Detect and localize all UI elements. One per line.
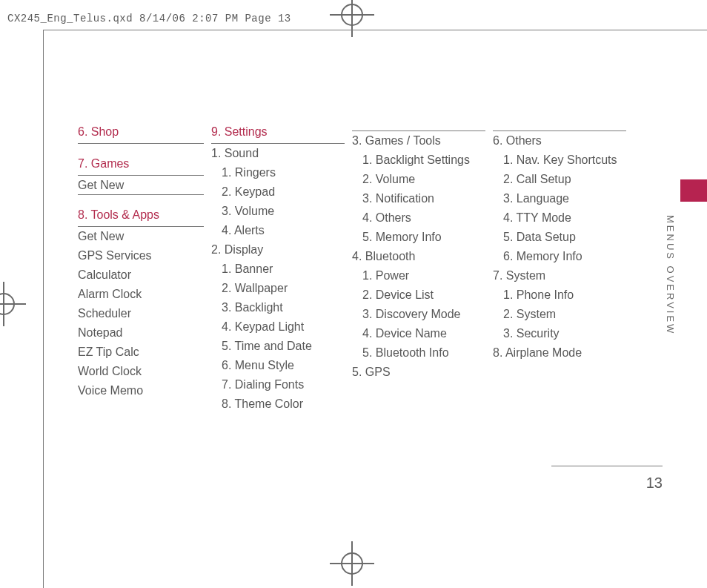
menu-overview: 6. Shop 7. Games Get New 8. Tools & Apps…	[78, 122, 659, 414]
list-item: World Clock	[78, 362, 204, 381]
list-item: 4. Bluetooth	[352, 247, 485, 266]
list-item: 7. System	[493, 266, 626, 285]
column-2: 9. Settings 1. Sound 1. Ringers 2. Keypa…	[211, 122, 345, 414]
list-item: 5. GPS	[352, 363, 485, 382]
list-item: 1. Backlight Settings	[352, 151, 485, 170]
menu-shop-heading: 6. Shop	[78, 122, 204, 144]
list-item: 5. Time and Date	[211, 337, 345, 356]
list-item: 3. Notification	[352, 189, 485, 208]
list-item: 5. Memory Info	[352, 228, 485, 247]
list-item: 5. Bluetooth Info	[352, 343, 485, 363]
list-item: 4. Alerts	[211, 221, 345, 240]
list-item: Get New	[78, 176, 204, 195]
print-header: CX245_Eng_Telus.qxd 8/14/06 2:07 PM Page…	[7, 13, 291, 24]
list-item: 6. Memory Info	[493, 247, 626, 266]
list-item: EZ Tip Calc	[78, 343, 204, 362]
list-item: 6. Others	[493, 131, 626, 151]
column-3: 3. Games / Tools 1. Backlight Settings 2…	[352, 122, 485, 414]
list-item: 2. Display	[211, 240, 345, 260]
column-1: 6. Shop 7. Games Get New 8. Tools & Apps…	[78, 122, 204, 414]
list-item: 1. Power	[352, 266, 485, 285]
list-item: 5. Data Setup	[493, 228, 626, 247]
section-tab	[680, 179, 707, 202]
page-number: 13	[646, 475, 663, 492]
registration-mark-icon	[330, 0, 374, 37]
menu-games-heading: 7. Games	[78, 154, 204, 176]
menu-settings-heading: 9. Settings	[211, 122, 345, 144]
list-item: 2. Wallpaper	[211, 279, 345, 298]
list-item: 4. TTY Mode	[493, 208, 626, 228]
list-item: 1. Banner	[211, 260, 345, 279]
list-item: 3. Volume	[211, 202, 345, 221]
list-item: 7. Dialing Fonts	[211, 375, 345, 394]
list-item: 2. Volume	[352, 170, 485, 189]
list-item: 8. Theme Color	[211, 394, 345, 414]
list-item: 6. Menu Style	[211, 356, 345, 375]
list-item: 4. Keypad Light	[211, 317, 345, 337]
side-section-label: MENUS OVERVIEW	[664, 215, 676, 335]
list-item: Voice Memo	[78, 381, 204, 400]
registration-mark-icon	[330, 541, 374, 586]
list-item: Notepad	[78, 323, 204, 343]
list-item: 4. Device Name	[352, 324, 485, 343]
page-frame	[43, 30, 44, 588]
list-item: 2. Keypad	[211, 182, 345, 202]
list-item: 3. Games / Tools	[352, 131, 485, 151]
list-item: 1. Ringers	[211, 163, 345, 182]
list-item: 3. Backlight	[211, 298, 345, 317]
list-item: 3. Language	[493, 189, 626, 208]
list-item: Alarm Clock	[78, 285, 204, 304]
list-item: GPS Services	[78, 246, 204, 265]
menu-tools-apps-heading: 8. Tools & Apps	[78, 205, 204, 227]
list-item: 3. Discovery Mode	[352, 305, 485, 324]
list-item: 2. System	[493, 305, 626, 324]
list-item: Scheduler	[78, 304, 204, 323]
list-item: 1. Sound	[211, 144, 345, 163]
column-4: 6. Others 1. Nav. Key Shortcuts 2. Call …	[493, 122, 626, 414]
list-item: Get New	[78, 227, 204, 246]
list-item: 4. Others	[352, 208, 485, 228]
page-number-rule	[551, 466, 663, 466]
list-item: 1. Nav. Key Shortcuts	[493, 151, 626, 170]
list-item: 2. Device List	[352, 285, 485, 305]
list-item: 1. Phone Info	[493, 285, 626, 305]
list-item: Calculator	[78, 265, 204, 285]
list-item: 2. Call Setup	[493, 170, 626, 189]
registration-mark-icon	[0, 282, 26, 326]
list-item: 8. Airplane Mode	[493, 343, 626, 363]
list-item: 3. Security	[493, 324, 626, 343]
page-frame	[43, 30, 707, 30]
